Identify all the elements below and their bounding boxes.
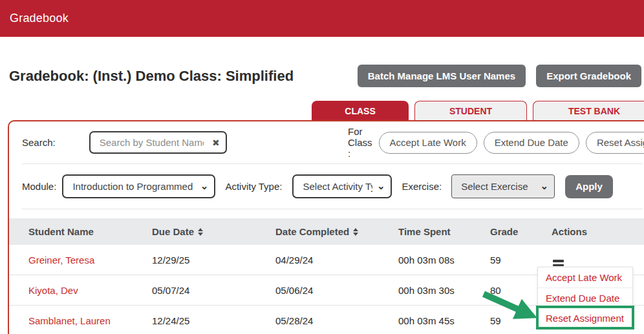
clear-search-icon[interactable]: ✖ [212,138,220,147]
chevron-down-icon: ⌄ [200,181,209,191]
activity-type-select[interactable]: Select Activity Typ ⌄ [292,174,392,198]
student-name-link[interactable]: Samblanet, Lauren [28,315,111,326]
search-row: Search: ✖ For Class : Accept Late Work E… [9,121,644,163]
menu-item-reset-assignment[interactable]: Reset Assignment [538,308,632,328]
filter-row: Module: Introduction to Programmed Le ⌄ … [9,164,644,209]
student-name-link[interactable]: Greiner, Teresa [28,255,94,266]
module-label: Module: [22,181,56,192]
table-header-row: Student Name Due Date Date Completed Tim… [9,218,644,245]
search-input[interactable] [89,131,227,154]
search-input-wrap: ✖ [89,131,227,154]
due-date-cell: 12/29/25 [152,255,275,266]
tab-student[interactable]: STUDENT [414,101,527,121]
due-date-cell: 12/24/25 [152,315,275,326]
col-header-date-completed[interactable]: Date Completed [275,226,398,237]
tab-bar: CLASS STUDENT TEST BANK [312,101,644,121]
gradebook-screen: Gradebook Gradebook: (Inst.) Demo Class:… [0,0,644,334]
menu-item-extend-due-date[interactable]: Extend Due Date [538,287,632,308]
col-header-time-spent: Time Spent [398,226,490,237]
student-name-link[interactable]: Kiyota, Dev [28,285,78,296]
export-gradebook-button[interactable]: Export Gradebook [536,65,641,87]
sort-icon[interactable] [198,228,203,236]
for-class-group: For Class : Accept Late Work Extend Due … [348,121,644,163]
chevron-down-icon: ⌄ [541,181,549,191]
activity-type-select-value: Select Activity Typ [303,181,372,192]
extend-due-date-button[interactable]: Extend Due Date [484,132,579,154]
divider [22,209,643,209]
reset-assignment-button[interactable]: Reset Assignment [586,132,644,154]
date-completed-cell: 05/28/24 [275,315,398,326]
module-select[interactable]: Introduction to Programmed Le ⌄ [62,174,215,198]
search-label: Search: [22,137,56,148]
col-header-due-date[interactable]: Due Date [152,226,275,237]
col-header-actions: Actions [552,226,644,237]
time-spent-cell: 00h 03m 08s [398,255,490,266]
chevron-down-icon: ⌄ [377,181,385,191]
app-title: Gradebook [10,12,69,25]
apply-button[interactable]: Apply [565,175,613,198]
title-row: Gradebook: (Inst.) Demo Class: Simplifie… [0,37,644,101]
date-completed-cell: 05/06/24 [275,285,398,296]
exercise-select-value: Select Exercise [461,181,528,192]
grade-cell: 59 [490,255,552,266]
time-spent-cell: 00h 03m 30s [398,285,490,296]
time-spent-cell: 00h 03m 45s [398,315,490,326]
row-actions-menu-icon[interactable] [553,260,564,266]
page-title: Gradebook: (Inst.) Demo Class: Simplifie… [9,68,294,85]
module-select-value: Introduction to Programmed Le [72,181,196,192]
col-header-student-name: Student Name [9,226,152,237]
exercise-select[interactable]: Select Exercise ⌄ [451,174,555,198]
date-completed-cell: 04/29/24 [275,255,398,266]
due-date-cell: 05/07/24 [152,285,275,296]
exercise-label: Exercise: [402,181,442,192]
sort-icon[interactable] [353,228,358,236]
title-buttons: Batch Manage LMS User Names Export Grade… [358,65,643,87]
activity-type-label: Activity Type: [225,181,282,192]
row-actions-menu: Accept Late Work Extend Due Date Reset A… [537,267,633,328]
accept-late-work-button[interactable]: Accept Late Work [379,132,477,154]
tab-class[interactable]: CLASS [312,101,409,121]
tab-test-bank[interactable]: TEST BANK [533,101,644,121]
batch-manage-lms-button[interactable]: Batch Manage LMS User Names [358,65,526,87]
col-header-grade: Grade [490,226,552,237]
menu-item-accept-late-work[interactable]: Accept Late Work [538,267,632,287]
for-class-label: For Class : [348,126,372,159]
app-header: Gradebook [0,0,644,37]
